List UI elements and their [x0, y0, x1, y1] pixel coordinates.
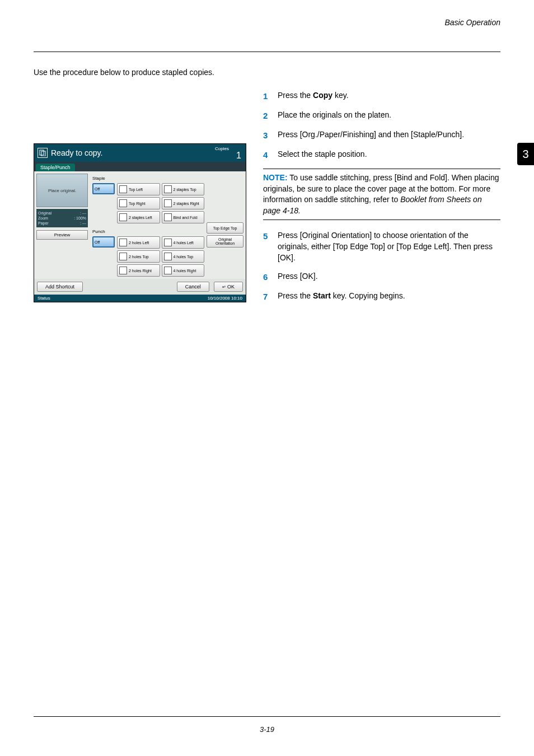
original-orientation-button[interactable]: Original Orientation — [207, 235, 243, 248]
page-number: 3-19 — [0, 725, 534, 734]
orientation-value: Top Edge Top — [207, 222, 243, 234]
staple-label: Staple — [92, 174, 114, 181]
copies-label: Copies — [215, 146, 229, 151]
steps-list-b: 5Press [Original Orientation] to choose … — [263, 230, 500, 302]
panel-tabs: Staple/Punch — [34, 162, 246, 171]
copies-value: 1 — [236, 151, 241, 161]
punch-2-right[interactable]: 2 holes Right — [117, 264, 160, 277]
staple-off-button[interactable]: Off — [92, 183, 115, 194]
preview-info: Original: --- Zoom: 100% Paper: --- — [36, 209, 88, 227]
panel-title: Ready to copy. — [51, 148, 102, 157]
chapter-tab: 3 — [517, 143, 534, 165]
staple-top-left[interactable]: Top Left — [117, 183, 160, 195]
copy-icon — [38, 148, 48, 158]
tab-staple-punch[interactable]: Staple/Punch — [36, 164, 75, 171]
copier-panel: Ready to copy. Copies 1 Staple/Punch Pla… — [34, 143, 246, 302]
punch-off-button[interactable]: Off — [92, 236, 115, 248]
footer-rule — [34, 716, 500, 717]
intro-text: Use the procedure below to produce stapl… — [34, 68, 500, 77]
punch-2-top[interactable]: 2 holes Top — [117, 250, 160, 263]
staple-2-left[interactable]: 2 staples Left — [117, 211, 160, 223]
preview-placeholder-top: Place original. — [36, 174, 88, 207]
steps-list-a: 1Press the Copy key. 2Place the original… — [263, 90, 500, 161]
ok-button[interactable]: OK — [214, 282, 243, 292]
add-shortcut-button[interactable]: Add Shortcut — [37, 282, 83, 292]
header-rule — [34, 52, 500, 52]
punch-4-top[interactable]: 4 holes Top — [162, 250, 205, 263]
panel-titlebar: Ready to copy. Copies 1 — [34, 144, 246, 162]
punch-4-left[interactable]: 4 holes Left — [162, 236, 205, 249]
note-label: NOTE: — [263, 173, 288, 182]
staple-top-right[interactable]: Top Right — [117, 197, 160, 209]
panel-statusbar: Status 10/10/2008 10:10 — [34, 295, 246, 302]
staple-2-top[interactable]: 2 staples Top — [162, 183, 205, 195]
punch-label: Punch — [92, 227, 114, 234]
staple-2-right[interactable]: 2 staples Right — [162, 197, 205, 209]
header-section: Basic Operation — [444, 18, 500, 27]
preview-button[interactable]: Preview — [36, 230, 88, 240]
cancel-button[interactable]: Cancel — [177, 282, 209, 292]
note-box: NOTE: To use saddle stitching, press [Bi… — [263, 169, 500, 220]
punch-2-left[interactable]: 2 holes Left — [117, 236, 160, 249]
punch-4-right[interactable]: 4 holes Right — [162, 264, 205, 277]
status-datetime: 10/10/2008 10:10 — [208, 296, 242, 301]
staple-bind-fold[interactable]: Bind and Fold — [162, 211, 205, 223]
status-label[interactable]: Status — [38, 296, 50, 301]
